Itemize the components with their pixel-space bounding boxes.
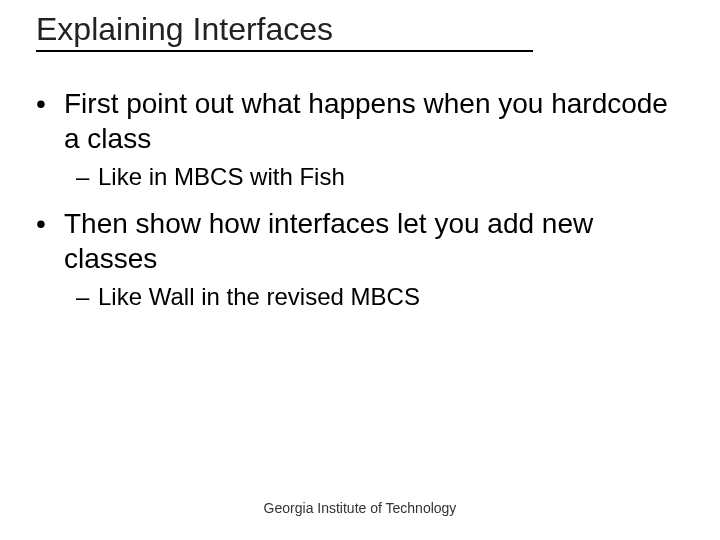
slide-title: Explaining Interfaces	[36, 10, 533, 52]
slide-footer: Georgia Institute of Technology	[0, 500, 720, 516]
sub-bullet-item: – Like Wall in the revised MBCS	[76, 282, 684, 312]
slide: Explaining Interfaces • First point out …	[0, 0, 720, 540]
dash-marker: –	[76, 162, 98, 192]
sub-bullet-text: Like Wall in the revised MBCS	[98, 282, 684, 312]
bullet-text: First point out what happens when you ha…	[64, 86, 684, 156]
sub-bullet-item: – Like in MBCS with Fish	[76, 162, 684, 192]
dash-marker: –	[76, 282, 98, 312]
bullet-item: • Then show how interfaces let you add n…	[36, 206, 684, 276]
bullet-marker: •	[36, 206, 64, 241]
bullet-item: • First point out what happens when you …	[36, 86, 684, 156]
slide-body: • First point out what happens when you …	[36, 86, 684, 326]
sub-bullet-text: Like in MBCS with Fish	[98, 162, 684, 192]
bullet-text: Then show how interfaces let you add new…	[64, 206, 684, 276]
bullet-marker: •	[36, 86, 64, 121]
